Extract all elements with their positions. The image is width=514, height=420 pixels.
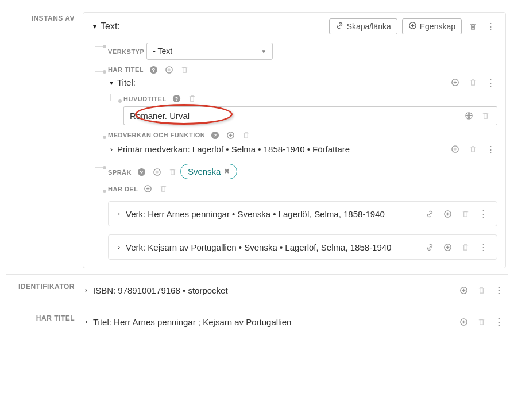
plus-circle-icon[interactable] [449,77,462,88]
link-icon[interactable] [423,209,436,219]
node-verkstyp: VERKSTYP - Text ▼ [95,39,497,60]
label-instans-av: INSTANS AV [6,6,80,274]
node-har-del: HAR DEL › Verk: Herr Arnes penningar • S… [95,184,497,260]
svg-text:?: ? [214,133,217,138]
trash-icon[interactable] [158,184,169,193]
trash-icon[interactable] [466,144,480,155]
node-har-titel: HAR TITEL ? ▾ [95,64,497,125]
caret-down-icon: ▼ [261,48,266,55]
plus-circle-icon[interactable] [142,184,153,193]
row-identifikator: IDENTIFIKATOR › ISBN: 9789100179168 • st… [6,274,508,306]
plus-circle-icon [408,21,417,32]
sprak-chip[interactable]: Svenska ✖ [180,164,238,179]
huvudtitel-input[interactable] [123,106,458,125]
verkstyp-select[interactable]: - Text ▼ [146,43,273,60]
plus-circle-icon[interactable] [164,65,175,74]
more-icon[interactable]: ⋮ [477,207,490,220]
plus-circle-icon[interactable] [441,209,454,219]
chevron-right-icon[interactable]: › [115,243,122,251]
help-icon[interactable]: ? [210,131,221,140]
chevron-right-icon[interactable]: › [115,210,122,218]
text-panel: ▾ Text: Skapa/länka Egenskap [83,12,506,268]
node-medverkan: MEDVERKAN OCH FUNKTION ? › [95,130,497,156]
label-har-titel-outer: HAR TITEL [6,306,80,337]
huvudtitel-label: HUVUDTITEL [123,95,167,102]
plus-circle-icon[interactable] [449,144,462,155]
har-titel-label: HAR TITEL [108,66,144,73]
chevron-right-icon[interactable]: › [83,318,90,326]
trash-icon[interactable] [475,317,488,327]
link-icon[interactable] [423,242,436,253]
plus-circle-icon[interactable] [457,317,470,327]
trash-icon[interactable] [167,168,178,176]
identifikator-line[interactable]: › ISBN: 9789100179168 • storpocket [83,286,228,295]
trash-icon[interactable] [241,131,252,140]
chevron-down-icon[interactable]: ▾ [108,79,115,87]
globe-icon[interactable] [462,110,476,121]
chevron-right-icon[interactable]: › [83,286,90,294]
more-icon[interactable]: ⋮ [484,20,497,33]
help-icon[interactable]: ? [148,65,159,74]
trash-icon[interactable] [179,65,190,74]
more-icon[interactable]: ⋮ [484,76,497,89]
har-del-item: › Verk: Herr Arnes penningar • Svenska •… [108,201,497,226]
har-titel-outer-line[interactable]: › Titel: Herr Arnes penningar ; Kejsarn … [83,317,291,327]
medverkan-label: MEDVERKAN OCH FUNKTION [108,132,205,138]
svg-text:?: ? [175,96,178,102]
panel-title[interactable]: ▾ Text: [91,21,120,32]
node-huvudtitel: HUVUDTITEL ? [111,94,497,126]
more-icon[interactable]: ⋮ [493,284,506,296]
plus-circle-icon[interactable] [457,285,470,296]
medverkan-line[interactable]: › Primär medverkan: Lagerlöf • Selma • 1… [108,144,350,154]
svg-text:?: ? [140,169,143,175]
verkstyp-label: VERKSTYP [108,48,144,55]
trash-icon[interactable] [459,209,472,219]
more-icon[interactable]: ⋮ [477,241,490,253]
trash-icon[interactable] [475,285,488,296]
titel-header[interactable]: ▾ Titel: [108,78,136,87]
chip-remove-icon[interactable]: ✖ [224,167,230,175]
har-del-item: › Verk: Kejsarn av Portugallien • Svensk… [108,234,497,260]
skapa-lanka-button[interactable]: Skapa/länka [329,18,397,34]
help-icon[interactable]: ? [171,94,182,103]
label-identifikator: IDENTIFIKATOR [6,275,80,306]
plus-circle-icon[interactable] [225,131,236,140]
trash-icon[interactable] [466,77,480,88]
har-del-label: HAR DEL [108,186,138,192]
egenskap-button[interactable]: Egenskap [402,18,462,34]
trash-icon[interactable] [466,21,480,32]
plus-circle-icon[interactable] [152,168,163,176]
sprak-label: SPRÅK [108,169,132,176]
trash-icon[interactable] [479,110,492,121]
trash-icon[interactable] [187,94,198,103]
node-sprak: SPRÅK ? Svenska ✖ [95,160,497,179]
more-icon[interactable]: ⋮ [493,315,506,328]
help-icon[interactable]: ? [136,168,147,176]
text-tree: VERKSTYP - Text ▼ HAR TITEL ? [95,39,497,260]
more-icon[interactable]: ⋮ [484,143,497,156]
svg-text:?: ? [152,67,155,73]
plus-circle-icon[interactable] [441,242,454,253]
trash-icon[interactable] [459,242,472,253]
link-icon [335,21,344,32]
chevron-down-icon[interactable]: ▾ [91,22,98,30]
chevron-right-icon[interactable]: › [108,145,115,153]
row-har-titel-outer: HAR TITEL › Titel: Herr Arnes penningar … [6,306,508,337]
row-instans-av: INSTANS AV ▾ Text: Skapa/länka [6,6,508,274]
